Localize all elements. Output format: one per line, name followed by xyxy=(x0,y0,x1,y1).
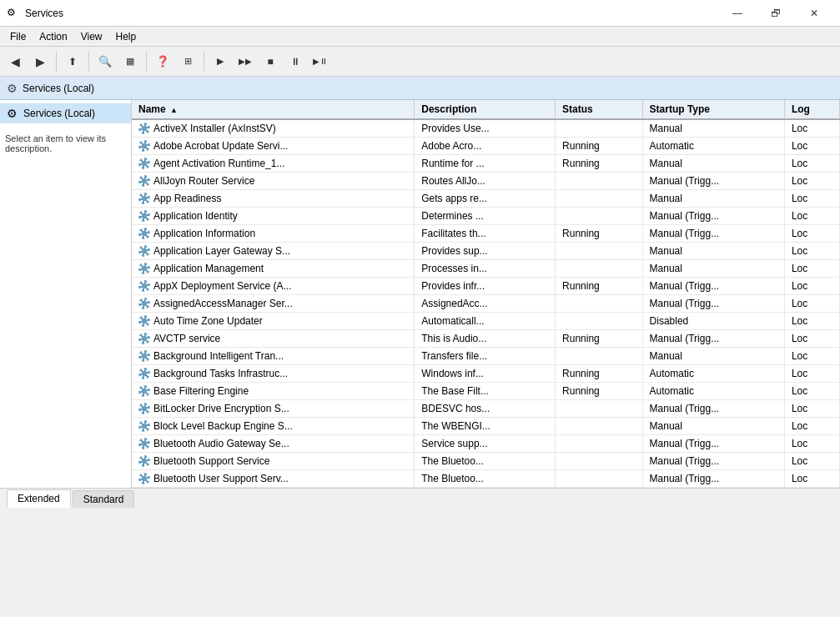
service-status-cell: Running xyxy=(556,155,643,173)
service-startup-cell: Manual (Trigg... xyxy=(642,208,784,225)
console-button[interactable]: ⊞ xyxy=(176,50,199,73)
service-log-cell: Loc xyxy=(784,330,839,348)
service-name-cell: AllJoyn Router Service xyxy=(132,173,415,190)
table-row[interactable]: Background Tasks Infrastruc...Windows in… xyxy=(132,365,840,383)
service-icon xyxy=(138,298,150,309)
table-header-row: Name ▲ Description Status Startup Type L… xyxy=(132,100,840,119)
service-startup-cell: Manual (Trigg... xyxy=(642,278,784,295)
service-description-cell: Windows inf... xyxy=(415,365,556,383)
bottom-tabs: Extended Standard xyxy=(0,488,840,508)
table-row[interactable]: Block Level Backup Engine S...The WBENGI… xyxy=(132,418,840,435)
table-row[interactable]: Bluetooth User Support Serv...The Blueto… xyxy=(132,470,840,488)
services-table-container[interactable]: Name ▲ Description Status Startup Type L… xyxy=(132,100,840,488)
separator-1 xyxy=(56,52,57,72)
service-startup-cell: Manual (Trigg... xyxy=(642,435,784,453)
table-row[interactable]: ActiveX Installer (AxInstSV)Provides Use… xyxy=(132,119,840,138)
col-log[interactable]: Log xyxy=(784,100,839,119)
address-bar: ⚙ Services (Local) xyxy=(0,77,840,100)
service-status-cell xyxy=(556,208,643,225)
table-row[interactable]: Agent Activation Runtime_1...Runtime for… xyxy=(132,155,840,173)
restore-button[interactable]: 🗗 xyxy=(757,0,795,27)
service-log-cell: Loc xyxy=(784,295,839,313)
table-row[interactable]: Adobe Acrobat Update Servi...Adobe Acro.… xyxy=(132,138,840,155)
close-button[interactable]: ✕ xyxy=(795,0,833,27)
back-button[interactable]: ◀ xyxy=(3,50,27,73)
service-icon xyxy=(138,315,150,327)
service-log-cell: Loc xyxy=(784,155,839,173)
service-log-cell: Loc xyxy=(784,313,839,330)
table-row[interactable]: BitLocker Drive Encryption S...BDESVC ho… xyxy=(132,400,840,418)
col-status[interactable]: Status xyxy=(556,100,643,119)
service-icon xyxy=(138,333,150,344)
service-log-cell: Loc xyxy=(784,208,839,225)
service-startup-cell: Automatic xyxy=(642,383,784,400)
table-row[interactable]: App ReadinessGets apps re...ManualLoc xyxy=(132,190,840,208)
service-status-cell: Running xyxy=(556,383,643,400)
service-startup-cell: Manual xyxy=(642,348,784,365)
pause-button[interactable]: ⏸ xyxy=(284,50,307,73)
table-row[interactable]: Auto Time Zone UpdaterAutomaticall...Dis… xyxy=(132,313,840,330)
service-description-cell: Gets apps re... xyxy=(415,190,556,208)
tab-standard[interactable]: Standard xyxy=(73,490,135,508)
sidebar-item-services-local[interactable]: ⚙ Services (Local) xyxy=(0,103,131,123)
stop-button[interactable]: ■ xyxy=(259,50,282,73)
table-row[interactable]: Bluetooth Support ServiceThe Bluetoo...M… xyxy=(132,453,840,470)
service-description-cell: Facilitates th... xyxy=(415,225,556,243)
table-row[interactable]: Application InformationFacilitates th...… xyxy=(132,225,840,243)
service-log-cell: Loc xyxy=(784,278,839,295)
service-description-cell: The Base Filt... xyxy=(415,383,556,400)
services-tbody: ActiveX Installer (AxInstSV)Provides Use… xyxy=(132,119,840,488)
table-row[interactable]: AllJoyn Router ServiceRoutes AllJo...Man… xyxy=(132,173,840,190)
service-startup-cell: Manual (Trigg... xyxy=(642,453,784,470)
col-description[interactable]: Description xyxy=(415,100,556,119)
sidebar-item-label: Services (Local) xyxy=(23,108,95,119)
service-log-cell: Loc xyxy=(784,348,839,365)
service-status-cell xyxy=(556,418,643,435)
start-service-button[interactable]: ▶ xyxy=(209,50,232,73)
menu-help[interactable]: Help xyxy=(109,29,143,44)
address-icon: ⚙ xyxy=(7,82,18,95)
table-row[interactable]: Application Layer Gateway S...Provides s… xyxy=(132,243,840,260)
view-button[interactable]: ▦ xyxy=(118,50,142,73)
table-row[interactable]: Application ManagementProcesses in...Man… xyxy=(132,260,840,278)
menu-action[interactable]: Action xyxy=(33,29,73,44)
forward-button[interactable]: ▶ xyxy=(28,50,52,73)
service-name-cell: Application Identity xyxy=(132,208,415,225)
service-status-cell: Running xyxy=(556,225,643,243)
service-status-cell xyxy=(556,173,643,190)
resume-button[interactable]: ▶⏸ xyxy=(309,50,332,73)
search-button[interactable]: 🔍 xyxy=(93,50,117,73)
tab-extended[interactable]: Extended xyxy=(7,489,71,508)
service-status-cell xyxy=(556,295,643,313)
service-log-cell: Loc xyxy=(784,243,839,260)
service-icon xyxy=(138,228,150,239)
service-name-cell: Auto Time Zone Updater xyxy=(132,313,415,330)
service-startup-cell: Automatic xyxy=(642,365,784,383)
menu-file[interactable]: File xyxy=(3,29,33,44)
service-icon xyxy=(138,420,150,432)
help-button[interactable]: ❓ xyxy=(151,50,174,73)
service-status-cell xyxy=(556,243,643,260)
table-row[interactable]: Application IdentityDetermines ...Manual… xyxy=(132,208,840,225)
col-startup[interactable]: Startup Type xyxy=(642,100,784,119)
start2-button[interactable]: ▶▶ xyxy=(234,50,257,73)
table-row[interactable]: Bluetooth Audio Gateway Se...Service sup… xyxy=(132,435,840,453)
table-row[interactable]: AVCTP serviceThis is Audio...RunningManu… xyxy=(132,330,840,348)
service-startup-cell: Manual xyxy=(642,190,784,208)
col-name[interactable]: Name ▲ xyxy=(132,100,415,119)
service-status-cell: Running xyxy=(556,278,643,295)
table-row[interactable]: AppX Deployment Service (A...Provides in… xyxy=(132,278,840,295)
service-name-cell: Application Information xyxy=(132,225,415,243)
minimize-button[interactable]: — xyxy=(718,0,757,27)
service-startup-cell: Disabled xyxy=(642,313,784,330)
up-button[interactable]: ⬆ xyxy=(61,50,84,73)
table-row[interactable]: Background Intelligent Tran...Transfers … xyxy=(132,348,840,365)
service-icon xyxy=(138,193,150,204)
service-startup-cell: Manual (Trigg... xyxy=(642,225,784,243)
separator-3 xyxy=(146,52,147,72)
menu-view[interactable]: View xyxy=(74,29,109,44)
table-row[interactable]: Base Filtering EngineThe Base Filt...Run… xyxy=(132,383,840,400)
service-name-cell: App Readiness xyxy=(132,190,415,208)
table-row[interactable]: AssignedAccessManager Ser...AssignedAcc.… xyxy=(132,295,840,313)
service-startup-cell: Manual xyxy=(642,418,784,435)
